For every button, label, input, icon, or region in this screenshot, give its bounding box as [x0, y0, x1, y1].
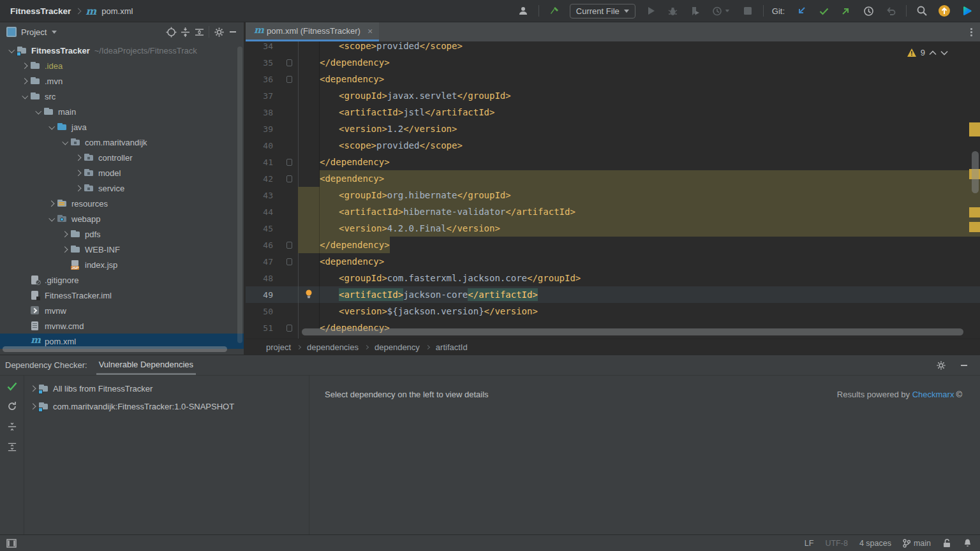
project-tree-item-main[interactable]: main — [0, 104, 244, 119]
chevron-right-icon[interactable] — [73, 171, 84, 175]
chevron-down-icon[interactable] — [60, 141, 70, 144]
warning-stripe-mark[interactable] — [969, 207, 980, 217]
chevron-down-icon[interactable] — [20, 95, 30, 98]
dependency-tree-item[interactable]: com.maritvandijk:FitnessTracker:1.0-SNAP… — [24, 397, 309, 415]
debug-icon[interactable] — [666, 4, 680, 18]
build-hammer-icon[interactable] — [547, 4, 561, 18]
code-line-50[interactable]: 50<version>${jackson.version}</version> — [246, 303, 980, 320]
editor-vertical-scrollbar[interactable] — [972, 151, 979, 193]
fold-marker-icon[interactable] — [281, 258, 298, 265]
locate-file-icon[interactable] — [164, 25, 178, 39]
tab-pom-xml[interactable]: pom.xml (FitnessTracker) × — [246, 22, 379, 41]
fold-marker-icon[interactable] — [281, 159, 298, 166]
line-number[interactable]: 40 — [246, 141, 281, 151]
project-horizontal-scrollbar[interactable] — [3, 346, 227, 352]
chevron-right-icon[interactable] — [28, 404, 38, 409]
chevron-right-icon[interactable] — [60, 232, 70, 237]
collapse-all-icon[interactable] — [178, 25, 192, 39]
code-line-45[interactable]: 45<version>4.2.0.Final</version> — [246, 220, 980, 237]
project-tree-item-service[interactable]: service — [0, 180, 244, 196]
line-number[interactable]: 36 — [246, 75, 281, 84]
fold-marker-icon[interactable] — [281, 175, 298, 182]
project-tree-item-mvnw-cmd[interactable]: mvnw.cmd — [0, 318, 244, 334]
ide-update-icon[interactable] — [937, 4, 951, 18]
chevron-right-icon[interactable] — [28, 386, 38, 391]
line-number[interactable]: 46 — [246, 240, 281, 250]
titlebar-project-name[interactable]: FitnessTracker — [10, 6, 71, 16]
line-number[interactable]: 47 — [246, 257, 281, 267]
line-number[interactable]: 41 — [246, 158, 281, 167]
run-icon[interactable] — [644, 4, 658, 18]
profiler-icon[interactable] — [711, 4, 732, 18]
line-separator-indicator[interactable]: LF — [805, 539, 814, 548]
code-line-42[interactable]: 42<dependency> — [246, 170, 980, 187]
line-number[interactable]: 50 — [246, 307, 281, 316]
project-panel-title[interactable]: Project — [21, 27, 47, 37]
editor-horizontal-scrollbar[interactable] — [302, 328, 963, 335]
chevron-right-icon[interactable] — [60, 247, 70, 252]
project-tree-item-java[interactable]: java — [0, 119, 244, 135]
project-tree-item-index-jsp[interactable]: index.jsp — [0, 257, 244, 272]
project-tree-item-model[interactable]: model — [0, 165, 244, 180]
encoding-indicator[interactable]: UTF-8 — [825, 539, 847, 548]
line-number[interactable]: 42 — [246, 174, 281, 184]
line-number[interactable]: 39 — [246, 124, 281, 134]
git-update-icon[interactable] — [794, 4, 808, 18]
code-line-48[interactable]: 48<groupId>com.fasterxml.jackson.core</g… — [246, 270, 980, 286]
stop-icon[interactable] — [741, 4, 755, 18]
toggle-tool-windows-icon[interactable] — [6, 539, 17, 548]
indent-indicator[interactable]: 4 spaces — [859, 539, 891, 548]
project-vertical-scrollbar[interactable] — [237, 47, 242, 343]
project-tree-item-fitnesstracker-iml[interactable]: FitnessTracker.iml — [0, 288, 244, 303]
code-line-44[interactable]: 44<artifactId>hibernate-validator</artif… — [246, 203, 980, 220]
close-icon[interactable]: × — [368, 26, 373, 36]
more-options-icon[interactable] — [962, 22, 980, 41]
chevron-right-icon[interactable] — [20, 79, 30, 84]
code-line-39[interactable]: 39<version>1.2</version> — [246, 121, 980, 137]
chevron-right-icon[interactable] — [47, 202, 57, 206]
checkmarx-link[interactable]: Checkmarx — [912, 390, 954, 399]
chevron-down-icon[interactable] — [52, 31, 57, 34]
project-tree-item-com-maritvandijk[interactable]: com.maritvandijk — [0, 135, 244, 150]
hide-panel-icon[interactable] — [226, 25, 240, 39]
project-tree-item--mvn[interactable]: .mvn — [0, 73, 244, 89]
code-line-43[interactable]: 43<groupId>org.hibernate</groupId> — [246, 187, 980, 203]
chevron-down-icon[interactable] — [47, 126, 57, 129]
breadcrumb-artifactid[interactable]: artifactId — [436, 342, 468, 352]
fold-marker-icon[interactable] — [281, 76, 298, 83]
git-commit-icon[interactable] — [817, 4, 831, 18]
unlock-icon[interactable] — [942, 538, 951, 548]
line-number[interactable]: 35 — [246, 58, 281, 68]
project-tree-item-mvnw[interactable]: mvnw — [0, 303, 244, 318]
line-number[interactable]: 38 — [246, 108, 281, 117]
line-number[interactable]: 45 — [246, 224, 281, 233]
code-line-36[interactable]: 36<dependency> — [246, 71, 980, 87]
tab-vulnerable-dependencies[interactable]: Vulnerable Dependencies — [96, 355, 196, 375]
code-line-38[interactable]: 38<artifactId>jstl</artifactId> — [246, 104, 980, 121]
fold-marker-icon[interactable] — [281, 325, 298, 332]
hide-panel-icon[interactable] — [957, 358, 971, 372]
chevron-down-icon[interactable] — [33, 110, 43, 114]
code-line-35[interactable]: 35</dependency> — [246, 54, 980, 71]
warning-stripe-mark[interactable] — [969, 122, 980, 136]
project-tree-item--gitignore[interactable]: .gitignore — [0, 272, 244, 288]
code-line-40[interactable]: 40<scope>provided</scope> — [246, 137, 980, 154]
project-tree-item-pdfs[interactable]: pdfs — [0, 226, 244, 242]
warning-stripe-mark[interactable] — [969, 222, 980, 232]
project-tree-item-webapp[interactable]: webapp — [0, 211, 244, 226]
history-icon[interactable] — [861, 4, 875, 18]
chevron-right-icon[interactable] — [73, 186, 84, 191]
refresh-icon[interactable] — [7, 401, 17, 411]
inspections-widget[interactable]: 9 — [907, 48, 948, 57]
search-everywhere-icon[interactable] — [915, 4, 929, 18]
project-tree-item--idea[interactable]: .idea — [0, 58, 244, 73]
intention-bulb-icon[interactable] — [305, 290, 313, 299]
toolbox-gradient-icon[interactable] — [960, 4, 974, 18]
line-number[interactable]: 48 — [246, 274, 281, 283]
fold-marker-icon[interactable] — [281, 242, 298, 249]
run-configuration-select[interactable]: Current File — [570, 4, 635, 18]
project-tree-item-web-inf[interactable]: WEB-INF — [0, 242, 244, 257]
code-line-47[interactable]: 47<dependency> — [246, 253, 980, 270]
line-number[interactable]: 44 — [246, 207, 281, 217]
project-tree-item-src[interactable]: src — [0, 89, 244, 104]
